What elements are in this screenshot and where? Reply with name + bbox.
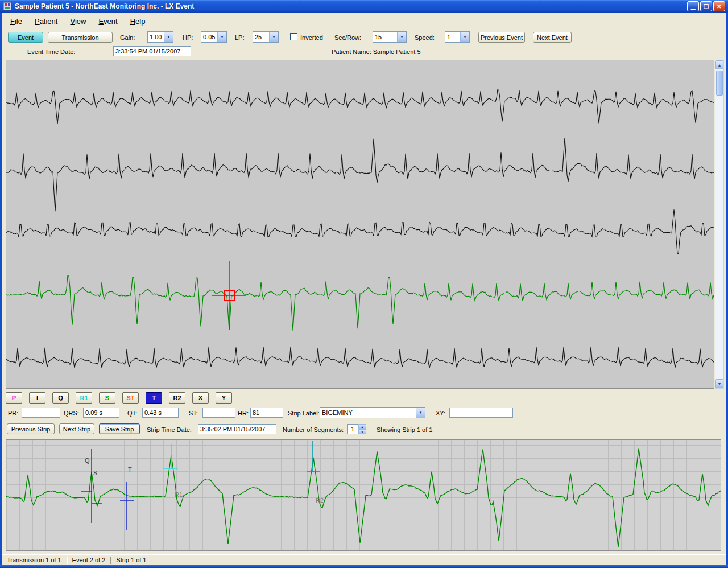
speed-select[interactable]: 1 ▼	[445, 31, 470, 43]
pr-field[interactable]	[22, 408, 60, 418]
patient-name-text: Patient Name: Sample Patient 5	[332, 48, 421, 55]
wave-button-s[interactable]: S	[99, 392, 115, 404]
segments-value[interactable]: 1	[347, 424, 358, 434]
strip-label-label: Strip Label:	[288, 410, 320, 417]
hp-select[interactable]: 0.05 ▼	[201, 31, 227, 43]
ecg-display[interactable]	[6, 60, 714, 389]
menu-file[interactable]: File	[4, 14, 28, 28]
gain-value: 1.00	[148, 34, 164, 40]
xy-label: XY:	[436, 410, 445, 417]
toolbar: Event Transmission Gain: 1.00 ▼ HP: 0.05…	[2, 30, 726, 46]
wave-button-p[interactable]: P	[6, 392, 22, 404]
menu-patient[interactable]: Patient	[28, 14, 64, 28]
t-annotation: T	[128, 466, 132, 473]
wave-button-r1[interactable]: R1	[76, 392, 92, 404]
strip-controls-row: Previous Strip Next Strip Save Strip Str…	[0, 423, 728, 437]
window-border-bottom	[0, 565, 728, 568]
menu-bar: File Patient View Event Help	[2, 13, 726, 30]
spinner-up-icon[interactable]: ▲	[358, 424, 366, 429]
ecg-trace-row4-active	[6, 275, 714, 331]
gain-select[interactable]: 1.00 ▼	[147, 31, 173, 43]
dropdown-arrow-icon[interactable]: ▼	[269, 32, 278, 42]
lp-value: 25	[253, 34, 269, 40]
minimize-button[interactable]: ▁	[687, 1, 699, 11]
window-border-left	[0, 13, 2, 568]
menu-event[interactable]: Event	[92, 14, 123, 28]
transmission-mode-button[interactable]: Transmission	[48, 32, 113, 43]
r1-annotation: R1	[175, 491, 183, 498]
previous-event-button[interactable]: Previous Event	[478, 32, 525, 43]
s-annotation: S	[93, 470, 97, 476]
status-transmission: Transmission 1 of 1	[2, 557, 67, 563]
title-bar[interactable]: Sample Patient 5 - NorthEast Monitoring …	[0, 0, 728, 13]
dropdown-arrow-icon[interactable]: ▼	[397, 32, 406, 42]
menu-help[interactable]: Help	[124, 14, 152, 28]
hr-field[interactable]: 81	[250, 408, 283, 418]
dropdown-arrow-icon[interactable]: ▼	[164, 32, 173, 42]
pr-label: PR:	[8, 410, 18, 417]
menu-view[interactable]: View	[64, 14, 92, 28]
next-strip-button[interactable]: Next Strip	[59, 423, 94, 434]
wave-button-x[interactable]: X	[192, 392, 209, 404]
scrollbar-thumb[interactable]	[716, 71, 723, 96]
wave-button-t[interactable]: T	[146, 392, 162, 404]
wave-button-q[interactable]: Q	[52, 392, 69, 404]
event-info-row: Event Time Date: 3:33:54 PM 01/15/2007 P…	[2, 46, 726, 59]
qt-label: QT:	[127, 410, 137, 417]
dropdown-arrow-icon[interactable]: ▼	[217, 32, 226, 42]
app-window: Sample Patient 5 - NorthEast Monitoring …	[0, 0, 728, 568]
strip-label-select[interactable]: BIGEMINY ▼	[320, 407, 425, 418]
dropdown-arrow-icon[interactable]: ▼	[416, 408, 425, 418]
status-bar: Transmission 1 of 1 Event 2 of 2 Strip 1…	[2, 554, 726, 565]
showing-strip-text: Showing Strip 1 of 1	[377, 426, 432, 433]
sec-row-value: 15	[373, 34, 397, 40]
wave-button-r2[interactable]: R2	[169, 392, 185, 404]
speed-value: 1	[445, 34, 460, 40]
st-field[interactable]	[202, 408, 235, 418]
measurements-row: PR: QRS: 0.09 s QT: 0.43 s ST: HR: 81 St…	[0, 407, 728, 421]
restore-button[interactable]: ❐	[700, 1, 712, 11]
event-cursor-marker[interactable]	[212, 261, 246, 330]
q-annotation: Q	[85, 457, 90, 464]
inverted-label: Inverted	[300, 34, 323, 41]
inverted-checkbox[interactable]	[290, 33, 297, 40]
wave-button-y[interactable]: Y	[216, 392, 232, 404]
wave-button-row: PIQR1SSTTR2XY	[0, 392, 728, 405]
scroll-down-icon[interactable]: ▼	[715, 379, 723, 388]
gain-label: Gain:	[120, 34, 135, 41]
hp-label: HP:	[183, 34, 193, 41]
r2-annotation: R2	[316, 497, 324, 504]
segments-spinner[interactable]: 1 ▲ ▼	[347, 424, 366, 434]
hr-label: HR:	[238, 410, 249, 417]
hp-value: 0.05	[201, 34, 217, 40]
dropdown-arrow-icon[interactable]: ▼	[460, 32, 469, 42]
next-event-button[interactable]: Next Event	[533, 32, 572, 43]
window-title: Sample Patient 5 - NorthEast Monitoring …	[15, 2, 687, 10]
xy-field[interactable]	[449, 408, 513, 418]
previous-strip-button[interactable]: Previous Strip	[7, 423, 55, 434]
event-time-field[interactable]: 3:33:54 PM 01/15/2007	[113, 46, 191, 56]
ecg-trace-row1	[6, 89, 714, 124]
event-mode-button[interactable]: Event	[8, 32, 43, 43]
ecg-scrollbar[interactable]: ▲ ▼	[715, 60, 724, 389]
wave-button-i[interactable]: I	[29, 392, 46, 404]
strip-time-field[interactable]: 3:35:02 PM 01/15/2007	[198, 424, 276, 434]
app-icon	[3, 2, 12, 11]
strip-display[interactable]: Q S T R1 R2	[6, 439, 721, 551]
qrs-field[interactable]: 0.09 s	[83, 408, 119, 418]
strip-trace	[6, 449, 721, 547]
segments-label: Number of Segments:	[283, 426, 344, 433]
scroll-up-icon[interactable]: ▲	[715, 60, 723, 69]
lp-select[interactable]: 25 ▼	[253, 31, 279, 43]
sec-row-label: Sec/Row:	[334, 34, 361, 41]
qrs-label: QRS:	[64, 410, 79, 417]
wave-button-st[interactable]: ST	[122, 392, 139, 404]
qt-field[interactable]: 0.43 s	[142, 408, 179, 418]
close-button[interactable]: ✕	[713, 1, 725, 11]
spinner-down-icon[interactable]: ▼	[358, 429, 366, 434]
status-event: Event 2 of 2	[67, 557, 111, 563]
sec-row-select[interactable]: 15 ▼	[373, 31, 407, 43]
save-strip-button[interactable]: Save Strip	[99, 423, 140, 434]
ecg-trace-row3	[6, 209, 714, 253]
ecg-trace-row5	[6, 347, 714, 368]
